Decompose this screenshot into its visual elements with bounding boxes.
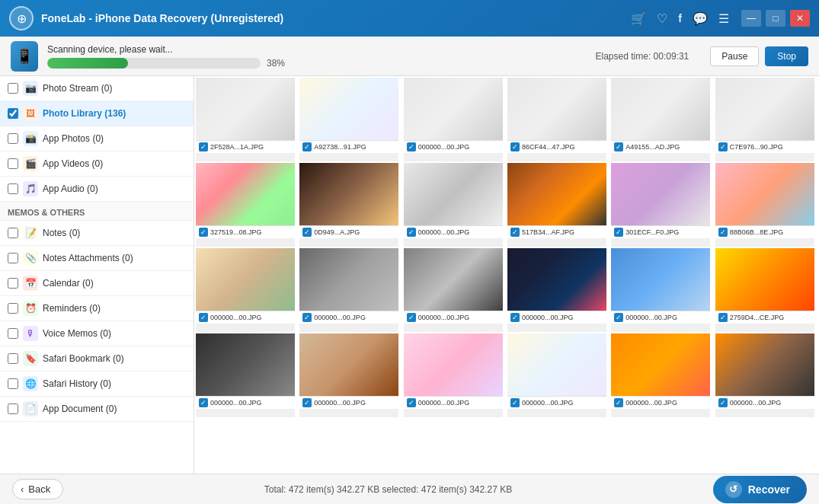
notes-attachments-checkbox[interactable] bbox=[8, 253, 18, 263]
photo-cell[interactable]: ✓000000...00.JPG bbox=[507, 248, 606, 332]
photo-cell[interactable]: ✓000000...00.JPG bbox=[507, 333, 606, 417]
photo-check-icon[interactable]: ✓ bbox=[510, 313, 520, 322]
photo-check-icon[interactable]: ✓ bbox=[407, 142, 416, 152]
recover-button[interactable]: ↺ Recover bbox=[713, 476, 807, 503]
app-audio-checkbox[interactable] bbox=[8, 183, 18, 194]
photo-library-checkbox[interactable] bbox=[8, 108, 18, 119]
photo-cell[interactable]: ✓000000...00.JPG bbox=[611, 333, 710, 417]
photo-thumbnail bbox=[404, 333, 503, 396]
calendar-checkbox[interactable] bbox=[8, 278, 18, 289]
sidebar-item-app-audio[interactable]: 🎵 App Audio (0) bbox=[0, 177, 194, 202]
back-button[interactable]: ‹ Back bbox=[12, 479, 63, 499]
photo-cell[interactable]: ✓000000...00.JPG bbox=[299, 248, 398, 332]
photo-check-icon[interactable]: ✓ bbox=[718, 142, 728, 152]
device-icon: 📱 bbox=[11, 41, 38, 72]
photo-check-icon[interactable]: ✓ bbox=[614, 398, 623, 407]
notes-checkbox[interactable] bbox=[8, 228, 18, 238]
photo-check-icon[interactable]: ✓ bbox=[510, 398, 520, 407]
photo-thumbnail bbox=[611, 333, 710, 396]
menu-icon[interactable]: ☰ bbox=[718, 11, 729, 26]
photo-cell[interactable]: ✓88B06B...8E.JPG bbox=[715, 163, 814, 247]
photo-stream-checkbox[interactable] bbox=[8, 83, 18, 94]
photo-check-icon[interactable]: ✓ bbox=[614, 142, 623, 152]
cart-icon[interactable]: 🛒 bbox=[631, 11, 646, 26]
close-button[interactable]: ✕ bbox=[790, 10, 810, 27]
photo-check-icon[interactable]: ✓ bbox=[718, 313, 728, 322]
stop-button[interactable]: Stop bbox=[765, 46, 808, 66]
voice-memos-checkbox[interactable] bbox=[8, 328, 18, 339]
sidebar-item-safari-history[interactable]: 🌐 Safari History (0) bbox=[0, 372, 194, 397]
photo-check-icon[interactable]: ✓ bbox=[510, 142, 520, 152]
photo-filename: 517B34...AF.JPG bbox=[522, 228, 574, 236]
photo-cell[interactable]: ✓000000...00.JPG bbox=[404, 333, 503, 417]
photo-filename: 000000...00.JPG bbox=[418, 399, 470, 407]
safari-bookmark-checkbox[interactable] bbox=[8, 353, 18, 364]
sidebar-item-app-videos[interactable]: 🎬 App Videos (0) bbox=[0, 152, 194, 177]
photo-check-icon[interactable]: ✓ bbox=[718, 398, 728, 407]
pause-button[interactable]: Pause bbox=[710, 46, 759, 66]
photo-cell[interactable]: ✓000000...00.JPG bbox=[404, 248, 503, 332]
sidebar-item-app-photos[interactable]: 📸 App Photos (0) bbox=[0, 126, 194, 152]
photo-check-icon[interactable]: ✓ bbox=[407, 398, 416, 407]
photo-cell[interactable]: ✓000000...00.JPG bbox=[404, 163, 503, 247]
minimize-button[interactable]: — bbox=[741, 10, 761, 27]
photo-check-icon[interactable]: ✓ bbox=[199, 313, 208, 322]
sidebar: 📷 Photo Stream (0) 🖼 Photo Library (136)… bbox=[0, 76, 194, 474]
photo-check-icon[interactable]: ✓ bbox=[302, 142, 312, 152]
photo-cell[interactable]: ✓A49155...AD.JPG bbox=[611, 78, 710, 161]
photo-check-icon[interactable]: ✓ bbox=[718, 228, 728, 237]
app-document-checkbox[interactable] bbox=[8, 404, 18, 414]
safari-history-checkbox[interactable] bbox=[8, 378, 18, 389]
photo-filename: 000000...00.JPG bbox=[522, 314, 574, 321]
app-photos-checkbox[interactable] bbox=[8, 133, 18, 144]
photo-label: ✓000000...00.JPG bbox=[404, 396, 503, 409]
photo-check-icon[interactable]: ✓ bbox=[614, 313, 623, 322]
sidebar-item-photo-stream[interactable]: 📷 Photo Stream (0) bbox=[0, 76, 194, 101]
app-videos-checkbox[interactable] bbox=[8, 158, 18, 169]
photo-check-icon[interactable]: ✓ bbox=[199, 228, 208, 237]
facebook-icon[interactable]: f bbox=[678, 12, 682, 24]
sidebar-item-safari-bookmark[interactable]: 🔖 Safari Bookmark (0) bbox=[0, 346, 194, 372]
reminders-checkbox[interactable] bbox=[8, 303, 18, 314]
chat-icon[interactable]: 💬 bbox=[693, 11, 708, 26]
photo-cell[interactable]: ✓000000...00.JPG bbox=[196, 333, 295, 417]
photo-cell[interactable]: ✓0D949...A.JPG bbox=[299, 163, 398, 247]
photo-cell[interactable]: ✓000000...00.JPG bbox=[404, 78, 503, 161]
photo-check-icon[interactable]: ✓ bbox=[407, 228, 416, 237]
photo-thumbnail bbox=[507, 333, 606, 396]
photo-cell[interactable]: ✓327519...08.JPG bbox=[196, 163, 295, 247]
photo-check-icon[interactable]: ✓ bbox=[302, 313, 312, 322]
photo-check-icon[interactable]: ✓ bbox=[302, 228, 312, 237]
photo-cell[interactable]: ✓301ECF...F0.JPG bbox=[611, 163, 710, 247]
photo-check-icon[interactable]: ✓ bbox=[614, 228, 623, 237]
heart-icon[interactable]: ♡ bbox=[657, 11, 667, 26]
sidebar-item-app-document[interactable]: 📄 App Document (0) bbox=[0, 397, 194, 422]
photo-cell[interactable]: ✓C7E976...90.JPG bbox=[715, 78, 814, 161]
sidebar-item-photo-library[interactable]: 🖼 Photo Library (136) bbox=[0, 101, 194, 126]
photo-cell[interactable]: ✓2F528A...1A.JPG bbox=[196, 78, 295, 161]
photo-filename: 000000...00.JPG bbox=[210, 399, 262, 407]
photo-filename: 2759D4...CE.JPG bbox=[730, 314, 785, 321]
photo-cell[interactable]: ✓000000...00.JPG bbox=[299, 333, 398, 417]
photo-check-icon[interactable]: ✓ bbox=[510, 228, 520, 237]
photo-cell[interactable]: ✓A92738...91.JPG bbox=[299, 78, 398, 161]
photo-check-icon[interactable]: ✓ bbox=[407, 313, 416, 322]
sidebar-item-calendar[interactable]: 📅 Calendar (0) bbox=[0, 271, 194, 296]
sidebar-item-voice-memos[interactable]: 🎙 Voice Memos (0) bbox=[0, 321, 194, 346]
maximize-button[interactable]: □ bbox=[766, 10, 785, 27]
voice-memos-label: Voice Memos (0) bbox=[43, 328, 111, 339]
sidebar-item-notes[interactable]: 📝 Notes (0) bbox=[0, 221, 194, 246]
photo-cell[interactable]: ✓000000...00.JPG bbox=[196, 248, 295, 332]
photo-cell[interactable]: ✓000000...00.JPG bbox=[715, 333, 814, 417]
sidebar-item-notes-attachments[interactable]: 📎 Notes Attachments (0) bbox=[0, 246, 194, 271]
photo-cell[interactable]: ✓517B34...AF.JPG bbox=[507, 163, 606, 247]
photo-check-icon[interactable]: ✓ bbox=[302, 398, 312, 407]
photo-thumbnail bbox=[299, 78, 398, 140]
photo-cell[interactable]: ✓000000...00.JPG bbox=[611, 248, 710, 332]
sidebar-item-reminders[interactable]: ⏰ Reminders (0) bbox=[0, 296, 194, 321]
photo-check-icon[interactable]: ✓ bbox=[199, 398, 208, 407]
photo-cell[interactable]: ✓86CF44...47.JPG bbox=[507, 78, 606, 161]
photo-check-icon[interactable]: ✓ bbox=[199, 142, 208, 152]
photo-cell[interactable]: ✓2759D4...CE.JPG bbox=[715, 248, 814, 332]
photo-filename: 301ECF...F0.JPG bbox=[625, 228, 679, 236]
